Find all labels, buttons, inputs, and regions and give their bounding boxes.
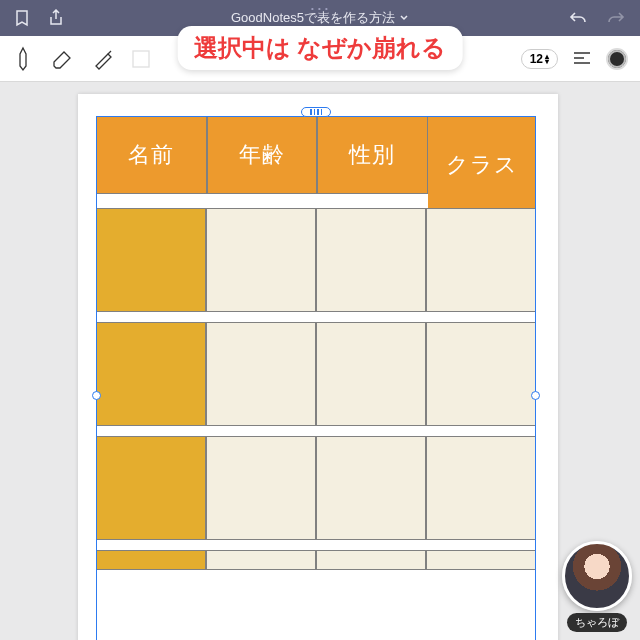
align-icon[interactable] [572,51,592,67]
bookmark-icon[interactable] [14,9,30,27]
pen-tool-icon[interactable] [12,46,34,72]
selection-frame[interactable] [96,116,536,640]
color-button[interactable] [606,48,628,70]
selection-handle-right[interactable] [531,391,540,400]
selection-rotate-handle[interactable] [301,107,331,117]
stepper-arrows-icon: ▴▾ [545,54,549,64]
canvas[interactable]: 名前 年齢 性別 クラス [0,82,640,640]
highlighter-tool-icon[interactable] [90,46,116,72]
font-size-value: 12 [530,52,543,66]
document-title[interactable]: GoodNotes5で表を作る方法 [231,9,409,27]
svg-rect-0 [133,51,149,67]
annotation-callout: 選択中は なぜか崩れる [178,26,463,70]
page: 名前 年齢 性別 クラス [78,94,558,640]
author-avatar: ちゃろぼ [562,541,632,632]
share-icon[interactable] [48,9,64,27]
undo-icon[interactable] [568,10,588,26]
avatar-name: ちゃろぼ [567,613,627,632]
selection-handle-left[interactable] [92,391,101,400]
redo-icon[interactable] [606,10,626,26]
eraser-tool-icon[interactable] [48,48,76,70]
shape-tool-icon[interactable] [130,48,152,70]
avatar-image [562,541,632,611]
font-size-stepper[interactable]: 12 ▴▾ [521,49,558,69]
